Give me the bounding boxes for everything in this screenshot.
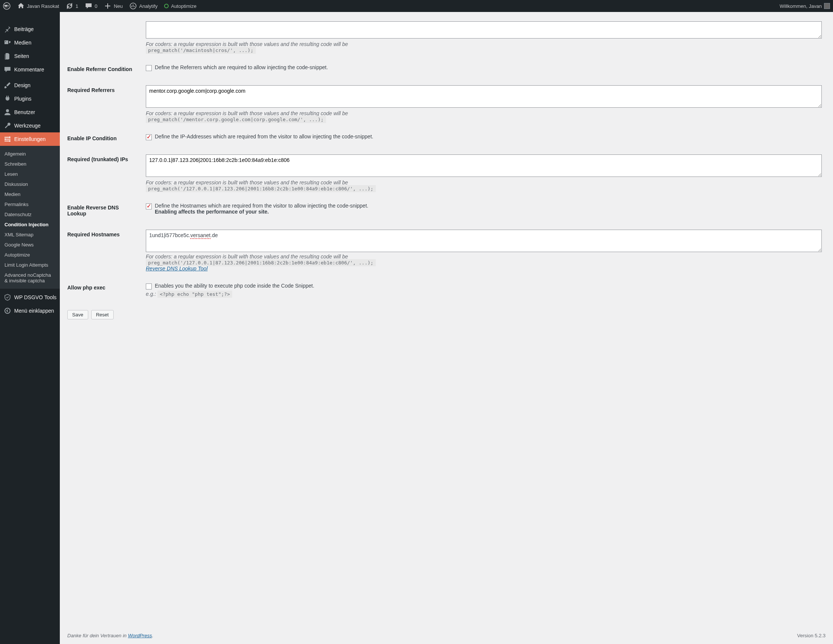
dns-checkbox-label: Define the Hostnames which are required … bbox=[155, 203, 368, 209]
sidebar-item-users[interactable]: Benutzer bbox=[0, 105, 60, 119]
svg-point-9 bbox=[5, 308, 10, 313]
pages-icon bbox=[4, 52, 11, 60]
comment-icon bbox=[4, 66, 11, 73]
sidebar-item-media[interactable]: Medien bbox=[0, 36, 60, 49]
row-label-referrers: Required Referrers bbox=[67, 80, 142, 128]
new-label: Neu bbox=[114, 3, 123, 9]
row-label-ip: Enable IP Condition bbox=[67, 128, 142, 149]
coders-hint: For coders: a regular expression is buil… bbox=[146, 180, 348, 185]
main-content: For coders: a regular expression is buil… bbox=[60, 12, 833, 644]
submenu-condition-injection[interactable]: Condition Injection bbox=[0, 219, 60, 230]
submenu-datenschutz[interactable]: Datenschutz bbox=[0, 209, 60, 219]
media-icon bbox=[4, 39, 11, 47]
svg-point-6 bbox=[9, 137, 10, 138]
comments-count: 0 bbox=[95, 3, 97, 9]
sidebar-item-design[interactable]: Design bbox=[0, 79, 60, 92]
analytify-label: Analytify bbox=[139, 3, 158, 9]
row-label-ips: Required (trunkated) IPs bbox=[67, 149, 142, 197]
sidebar-item-pages[interactable]: Seiten bbox=[0, 49, 60, 63]
sidebar-item-dsgvo[interactable]: WP DSGVO Tools bbox=[0, 291, 60, 304]
site-home-link[interactable]: Javan Rasokat bbox=[17, 2, 59, 10]
regex-code: preg_match('/mentor.corp.google.com|corp… bbox=[146, 116, 326, 123]
my-account-link[interactable]: Willkommen, Javan bbox=[780, 3, 830, 9]
submenu-autoptimize[interactable]: Autoptimize bbox=[0, 250, 60, 260]
version-label: Version 5.2.3 bbox=[797, 633, 825, 638]
refresh-icon bbox=[66, 2, 73, 10]
sidebar-item-tools[interactable]: Werkzeuge bbox=[0, 119, 60, 132]
sidebar-label: WP DSGVO Tools bbox=[14, 294, 56, 300]
sidebar-label: Benutzer bbox=[14, 109, 35, 115]
submenu-diskussion[interactable]: Diskussion bbox=[0, 179, 60, 189]
admin-sidebar: Beiträge Medien Seiten Kommentare Design… bbox=[0, 12, 60, 644]
php-checkbox-label: Enables you the ability to execute php c… bbox=[155, 283, 314, 289]
plug-icon bbox=[4, 95, 11, 103]
site-name: Javan Rasokat bbox=[27, 3, 59, 9]
save-button[interactable]: Save bbox=[67, 310, 88, 319]
sidebar-label: Einstellungen bbox=[14, 136, 46, 142]
reset-button[interactable]: Reset bbox=[91, 310, 114, 319]
dns-bold-warning: Enabling affects the performance of your… bbox=[155, 209, 269, 215]
autoptimize-link[interactable]: Autoptimize bbox=[164, 3, 196, 9]
submenu-medien[interactable]: Medien bbox=[0, 189, 60, 199]
collapse-icon bbox=[4, 307, 11, 314]
circle-icon bbox=[164, 4, 169, 8]
new-link[interactable]: Neu bbox=[104, 2, 123, 10]
user-icon bbox=[4, 108, 11, 116]
wordpress-link[interactable]: WordPress bbox=[128, 633, 152, 638]
footer-thanks: Danke für dein Vertrauen in bbox=[67, 633, 128, 638]
sidebar-item-comments[interactable]: Kommentare bbox=[0, 63, 60, 77]
submenu-google-news[interactable]: Google News bbox=[0, 240, 60, 250]
comment-icon bbox=[85, 2, 92, 10]
sidebar-item-plugins[interactable]: Plugins bbox=[0, 92, 60, 105]
submenu-schreiben[interactable]: Schreiben bbox=[0, 159, 60, 169]
settings-submenu: Allgemein Schreiben Lesen Diskussion Med… bbox=[0, 146, 60, 289]
ip-checkbox-label: Define the IP-Addresses which are requir… bbox=[155, 134, 373, 140]
php-checkbox[interactable] bbox=[146, 283, 152, 290]
welcome-text: Willkommen, Javan bbox=[780, 3, 822, 9]
sidebar-label: Plugins bbox=[14, 96, 31, 102]
updates-link[interactable]: 1 bbox=[66, 2, 78, 10]
settings-icon bbox=[4, 135, 11, 143]
dns-checkbox[interactable] bbox=[146, 203, 152, 209]
footer: Danke für dein Vertrauen in WordPress. V… bbox=[67, 627, 825, 644]
row-label-hostnames: Required Hostnames bbox=[67, 224, 142, 277]
submenu-nocaptcha[interactable]: Advanced noCaptcha & invisible captcha bbox=[0, 270, 60, 286]
svg-rect-5 bbox=[5, 141, 9, 142]
sidebar-label: Menü einklappen bbox=[14, 308, 54, 314]
referrer-checkbox[interactable] bbox=[146, 65, 152, 71]
regex-code: preg_match('/127.0.0.1|87.123.206|2001:1… bbox=[146, 185, 376, 192]
submenu-limit-login[interactable]: Limit Login Attempts bbox=[0, 260, 60, 270]
regex-code: preg_match('/macintosh|cros/', ...); bbox=[146, 47, 256, 54]
submenu-lesen[interactable]: Lesen bbox=[0, 169, 60, 179]
ips-textarea[interactable]: 127.0.0.1|87.123.206|2001:16b8:2c2b:1e00… bbox=[146, 155, 822, 177]
sidebar-collapse[interactable]: Menü einklappen bbox=[0, 304, 60, 317]
plus-icon bbox=[104, 2, 111, 10]
row-label-referrer: Enable Referrer Condition bbox=[67, 59, 142, 80]
sidebar-label: Seiten bbox=[14, 53, 29, 59]
row-label-php: Allow php exec bbox=[67, 277, 142, 303]
admin-bar: Javan Rasokat 1 0 Neu Analytify bbox=[0, 0, 833, 12]
referrers-textarea[interactable]: mentor.corp.google.com|corp.google.com bbox=[146, 85, 822, 108]
wrench-icon bbox=[4, 122, 11, 129]
sidebar-item-posts[interactable]: Beiträge bbox=[0, 23, 60, 36]
submenu-xml-sitemap[interactable]: XML Sitemap bbox=[0, 230, 60, 240]
eg-code: <?php echo "php test";?> bbox=[158, 291, 232, 298]
referrer-checkbox-label: Define the Referrers which are required … bbox=[155, 64, 328, 70]
comments-link[interactable]: 0 bbox=[85, 2, 97, 10]
updates-count: 1 bbox=[76, 3, 78, 9]
svg-point-7 bbox=[5, 138, 6, 140]
sidebar-item-settings[interactable]: Einstellungen bbox=[0, 132, 60, 146]
hostnames-textarea[interactable]: 1und1|i577bce5c.versanet.de bbox=[146, 230, 822, 252]
pin-icon bbox=[4, 26, 11, 33]
analytify-link[interactable]: Analytify bbox=[129, 2, 158, 10]
os-textarea[interactable] bbox=[146, 21, 822, 39]
submenu-allgemein[interactable]: Allgemein bbox=[0, 149, 60, 159]
row-label-dns: Enable Reverse DNS Lookup bbox=[67, 197, 142, 224]
avatar bbox=[824, 3, 830, 9]
wp-logo[interactable] bbox=[3, 2, 10, 10]
reverse-dns-link[interactable]: Reverse DNS Lookup Tool bbox=[146, 266, 207, 272]
submenu-permalinks[interactable]: Permalinks bbox=[0, 199, 60, 209]
chart-icon bbox=[129, 2, 137, 10]
ip-checkbox[interactable] bbox=[146, 134, 152, 140]
svg-point-8 bbox=[9, 140, 10, 142]
